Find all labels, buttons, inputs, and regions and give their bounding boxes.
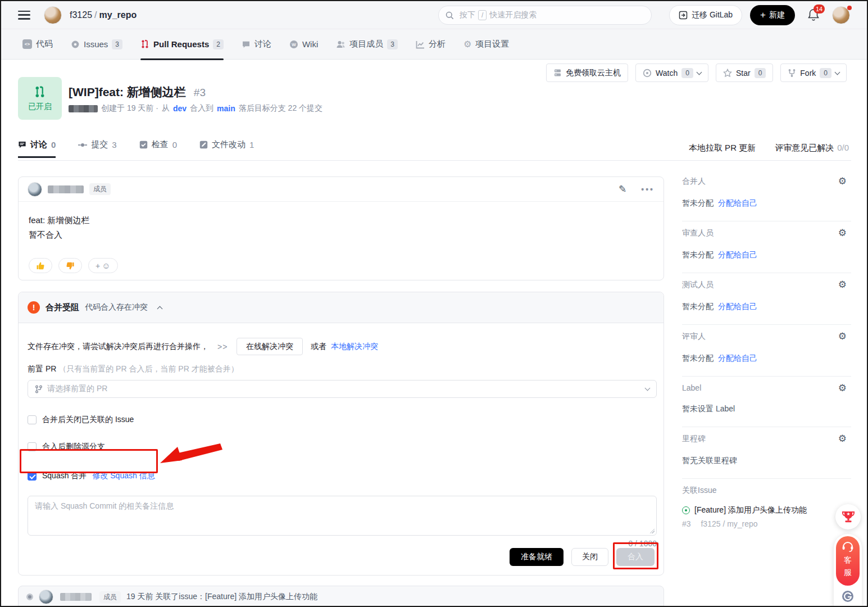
pr-sidebar: 合并人 ⚙ 暂未分配分配给自己 审查人员 ⚙ 暂未分配分配给自己 测试人员 ⚙ … <box>682 170 851 541</box>
tab-wiki[interactable]: W Wiki <box>289 29 318 60</box>
prereq-pr-select[interactable]: 请选择前置的 PR <box>28 380 657 398</box>
merge-button[interactable]: 合入 <box>616 548 655 566</box>
pr-tab-discussion[interactable]: 讨论0 <box>18 139 56 158</box>
gear-icon: ⚙ <box>463 39 471 49</box>
resize-grip[interactable] <box>649 528 655 533</box>
target-branch-link[interactable]: main <box>217 104 235 113</box>
review-resolved-label[interactable]: 评审意见已解决0/0 <box>775 143 849 153</box>
assign-self-link[interactable]: 分配给自己 <box>718 250 757 259</box>
chevron-down-icon <box>696 69 702 75</box>
commenter-avatar[interactable] <box>28 182 42 197</box>
activity-avatar[interactable] <box>39 590 53 604</box>
comment-body: feat: 新增侧边栏 暂不合入 <box>19 202 664 242</box>
pull-pr-update-link[interactable]: 本地拉取 PR 更新 <box>689 143 756 153</box>
member-badge: 成员 <box>99 591 121 603</box>
chevron-down-icon <box>645 386 651 391</box>
sidebar-section-merger: 合并人 ⚙ 暂未分配分配给自己 <box>682 170 851 221</box>
thumbs-down-button[interactable] <box>58 258 82 273</box>
merge-panel: ! 合并受阻 代码合入存在冲突 文件存在冲突，请尝试解决冲突后再进行合并操作， … <box>18 292 664 576</box>
rewards-float-button[interactable]: ★ <box>835 504 861 529</box>
hamburger-menu-icon[interactable] <box>18 11 30 20</box>
delete-branch-checkbox[interactable] <box>28 442 37 451</box>
comment-header: 成员 ✎ ••• <box>19 177 664 202</box>
char-counter: 0 / 1000 <box>28 539 657 548</box>
breadcrumb-owner[interactable]: f3125 <box>70 10 92 20</box>
breadcrumb-repo[interactable]: my_repo <box>99 10 137 20</box>
tab-members[interactable]: 项目成员 3 <box>336 29 398 60</box>
ready-button[interactable]: 准备就绪 <box>510 548 563 566</box>
warning-icon: ! <box>28 301 40 314</box>
sidebar-section-assessors: 评审人 ⚙ 暂未分配分配给自己 <box>682 325 851 377</box>
plus-icon: + <box>760 10 766 21</box>
search-icon <box>446 11 454 20</box>
search-input[interactable]: 按下 / 快速开启搜索 <box>438 6 652 25</box>
close-pr-button[interactable]: 关闭 <box>571 548 608 566</box>
notification-count-badge: 14 <box>814 4 825 13</box>
pr-title: [WIP]feat: 新增侧边栏#3 <box>69 84 206 100</box>
free-cloud-host-button[interactable]: 免费领取云主机 <box>546 64 628 82</box>
squash-option: Squash 合并 修改 Squash 信息 <box>28 471 655 481</box>
repo-owner-avatar[interactable] <box>44 6 62 24</box>
gear-icon[interactable]: ⚙ <box>838 382 847 394</box>
star-button[interactable]: Star 0 <box>716 64 773 82</box>
assign-self-link[interactable]: 分配给自己 <box>718 198 757 207</box>
activity-row: 成员 19 天前 关联了issue：[Feature] 添加用户头像上传功能 <box>18 586 664 607</box>
tab-settings[interactable]: ⚙ 项目设置 <box>463 29 509 60</box>
watch-eye-icon <box>643 69 652 78</box>
prereq-pr-label: 前置 PR （只有当前置的 PR 合入后，当前 PR 才能被合并） <box>28 364 655 374</box>
delete-branch-option: 合入后删除源分支 <box>28 442 655 452</box>
top-bar: f3125/my_repo 按下 / 快速开启搜索 迁移 GitLab +新建 … <box>1 1 867 29</box>
repo-nav-bar: <> 代码 Issues 3 Pull Requests 2 讨论 W Wiki… <box>1 29 867 60</box>
customer-service-button[interactable]: 客 服 <box>836 536 860 586</box>
timeline-dot-icon <box>26 594 33 600</box>
source-branch-link[interactable]: dev <box>173 104 187 113</box>
chevron-down-icon <box>835 69 840 75</box>
fork-button[interactable]: Fork 0 <box>780 64 847 82</box>
notification-bell[interactable]: 14 <box>807 8 824 25</box>
star-icon <box>723 69 732 78</box>
merge-blocked-header: ! 合并受阻 代码合入存在冲突 <box>19 292 664 323</box>
gear-icon[interactable]: ⚙ <box>838 279 847 291</box>
reactions: + ☺ <box>29 258 118 273</box>
gear-icon[interactable]: ⚙ <box>838 227 847 239</box>
svg-text:W: W <box>292 42 296 47</box>
pr-tab-file-changes[interactable]: 文件改动1 <box>199 139 254 158</box>
gear-icon[interactable]: ⚙ <box>838 175 847 187</box>
close-issue-checkbox[interactable] <box>28 415 37 424</box>
more-actions-icon[interactable]: ••• <box>641 185 655 194</box>
gear-icon[interactable]: ⚙ <box>838 433 847 445</box>
analytics-icon <box>416 40 425 49</box>
activity-text: 19 天前 关联了issue：[Feature] 添加用户头像上传功能 <box>126 592 317 602</box>
tab-pull-requests[interactable]: Pull Requests 2 <box>140 29 224 60</box>
gear-icon[interactable]: ⚙ <box>838 330 847 342</box>
thumbs-up-button[interactable] <box>29 258 52 273</box>
tab-analytics[interactable]: 分析 <box>416 29 446 60</box>
assign-self-link[interactable]: 分配给自己 <box>718 354 757 363</box>
fork-icon <box>788 69 796 78</box>
assign-self-link[interactable]: 分配给自己 <box>718 302 757 311</box>
watch-button[interactable]: Watch 0 <box>635 64 708 82</box>
pr-tab-commits[interactable]: 提交3 <box>78 139 116 158</box>
customer-service-widget[interactable]: 客 服 <box>834 534 862 607</box>
migrate-gitlab-button[interactable]: 迁移 GitLab <box>669 5 742 25</box>
linked-issue-item[interactable]: [Feature] 添加用户头像上传功能 <box>682 505 851 515</box>
code-icon: <> <box>22 39 32 49</box>
collapse-chevron-icon[interactable] <box>157 306 163 311</box>
tab-discussion[interactable]: 讨论 <box>242 29 271 60</box>
squash-checkbox[interactable] <box>28 472 37 481</box>
pr-tab-checks[interactable]: 检查0 <box>139 139 177 158</box>
online-resolve-button[interactable]: 在线解决冲突 <box>237 338 303 355</box>
edit-squash-link[interactable]: 修改 Squash 信息 <box>92 471 154 481</box>
issue-open-icon <box>682 506 690 514</box>
pull-request-icon <box>140 39 149 49</box>
squash-commit-textarea[interactable]: 请输入 Squash Commit 的相关备注信息 <box>28 496 657 536</box>
edit-icon[interactable]: ✎ <box>619 183 626 195</box>
pr-meta: 创建于 19 天前 · 从 dev 合入到 main 落后目标分支 22 个提交 <box>69 103 322 114</box>
tab-issues[interactable]: Issues 3 <box>71 29 122 60</box>
new-button[interactable]: +新建 <box>750 5 795 25</box>
add-reaction-button[interactable]: + ☺ <box>88 258 118 273</box>
gitee-logo-icon[interactable] <box>841 590 855 603</box>
breadcrumb: f3125/my_repo <box>70 10 137 20</box>
local-resolve-link[interactable]: 本地解决冲突 <box>331 342 378 352</box>
tab-code[interactable]: <> 代码 <box>22 29 53 60</box>
